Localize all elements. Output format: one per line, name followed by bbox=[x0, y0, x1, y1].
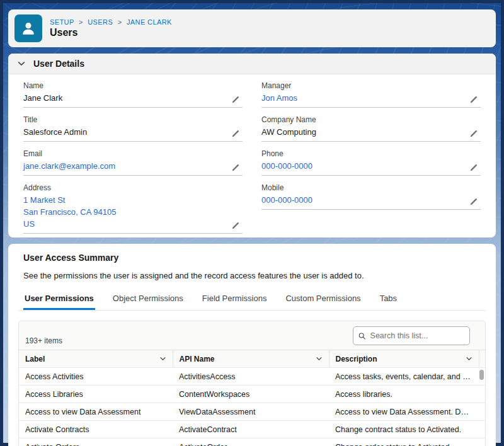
table-row: Activate Orders ActivateOrder Change ord… bbox=[19, 438, 486, 446]
field-value: Salesforce Admin bbox=[23, 125, 224, 138]
field-name: Name Jane Clark bbox=[23, 81, 243, 108]
cell-api-name: ViewDataAssessment bbox=[173, 403, 329, 421]
row-actions-dropdown-button[interactable]: ▼ bbox=[485, 441, 486, 446]
column-header-label[interactable]: Label bbox=[19, 350, 173, 368]
breadcrumb-separator: > bbox=[118, 18, 122, 26]
edit-address-pencil-icon[interactable] bbox=[231, 220, 241, 231]
user-icon bbox=[20, 20, 37, 37]
cell-label: Access Activities bbox=[19, 368, 173, 386]
field-label: Address bbox=[23, 183, 224, 193]
edit-title-pencil-icon[interactable] bbox=[231, 129, 241, 139]
page-title: Users bbox=[50, 27, 172, 38]
field-label: Phone bbox=[261, 149, 462, 159]
field-value: Jane Clark bbox=[23, 91, 224, 104]
edit-name-pencil-icon[interactable] bbox=[231, 94, 241, 105]
cell-description: Access libraries. bbox=[329, 386, 479, 403]
field-company: Company Name AW Computing bbox=[261, 115, 481, 142]
field-title: Title Salesforce Admin bbox=[23, 115, 243, 142]
table-row: Access Libraries ContentWorkspaces Acces… bbox=[19, 386, 486, 403]
field-value: AW Computing bbox=[261, 125, 462, 138]
mobile-link[interactable]: 000-000-0000 bbox=[261, 195, 312, 205]
chevron-down-icon[interactable] bbox=[466, 355, 472, 362]
column-header-description[interactable]: Description bbox=[329, 350, 479, 368]
edit-company-pencil-icon[interactable] bbox=[469, 129, 479, 139]
cell-description: Change order status to Activated. bbox=[329, 438, 479, 446]
cell-description: Change contract status to Activated. bbox=[329, 421, 479, 438]
column-header-api-name[interactable]: API Name bbox=[173, 350, 329, 368]
vertical-scrollbar[interactable] bbox=[479, 370, 484, 380]
search-icon bbox=[358, 332, 366, 340]
access-summary-title: User Access Summary bbox=[18, 253, 486, 263]
access-tabs: User Permissions Object Permissions Fiel… bbox=[18, 291, 486, 311]
field-manager: Manager Jon Amos bbox=[261, 81, 481, 108]
list-toolbar: 193+ items bbox=[19, 321, 485, 350]
table-row: Access Activities ActivitiesAccess Acces… bbox=[19, 368, 486, 386]
field-label: Mobile bbox=[261, 183, 462, 193]
app-background: SETUP > USERS > JANE CLARK Users User De… bbox=[0, 0, 504, 446]
manager-link[interactable]: Jon Amos bbox=[261, 93, 297, 103]
cell-description: Access tasks, events, calendar, and emai… bbox=[329, 368, 479, 386]
table-row: Access to view Data Assessment ViewDataA… bbox=[19, 403, 486, 421]
item-count: 193+ items bbox=[25, 336, 62, 345]
column-header-actions bbox=[479, 350, 486, 368]
cell-api-name: ActivateContract bbox=[173, 421, 329, 438]
address-link[interactable]: San Francisco, CA 94105 bbox=[23, 206, 224, 218]
table-header-row: Label API Name bbox=[19, 350, 486, 368]
phone-link[interactable]: 000-000-0000 bbox=[261, 161, 312, 171]
tab-user-permissions[interactable]: User Permissions bbox=[23, 291, 95, 310]
cell-label: Access to view Data Assessment bbox=[19, 403, 173, 421]
cell-api-name: ContentWorkspaces bbox=[173, 386, 329, 403]
field-label: Email bbox=[23, 149, 224, 159]
cell-description: Access to view Data Assessment. Data Ass… bbox=[329, 403, 479, 421]
row-actions-dropdown-button[interactable]: ▼ bbox=[485, 370, 486, 383]
address-link[interactable]: 1 Market St bbox=[23, 194, 224, 206]
user-access-summary-card: User Access Summary See the permissions … bbox=[8, 244, 496, 446]
cell-label: Access Libraries bbox=[19, 386, 173, 403]
permissions-table: Label API Name bbox=[19, 350, 486, 446]
users-setup-icon bbox=[14, 14, 42, 42]
edit-phone-pencil-icon[interactable] bbox=[469, 163, 479, 173]
chevron-down-icon[interactable] bbox=[17, 59, 26, 68]
section-title: User Details bbox=[33, 59, 84, 69]
field-mobile: Mobile 000-000-0000 bbox=[261, 183, 481, 210]
breadcrumb-users[interactable]: USERS bbox=[88, 18, 113, 26]
cell-api-name: ActivitiesAccess bbox=[173, 368, 329, 386]
user-details-fields: Name Jane Clark Manager Jon Amos Title S… bbox=[8, 74, 496, 237]
list-search-box[interactable] bbox=[353, 326, 470, 345]
field-label: Manager bbox=[261, 81, 462, 91]
tab-tabs[interactable]: Tabs bbox=[379, 291, 398, 310]
breadcrumb-setup[interactable]: SETUP bbox=[50, 18, 74, 26]
access-summary-description: See the permissions the user is assigned… bbox=[18, 271, 486, 280]
cell-api-name: ActivateOrder bbox=[173, 438, 329, 446]
edit-email-pencil-icon[interactable] bbox=[231, 163, 241, 173]
table-row: Activate Contracts ActivateContract Chan… bbox=[19, 421, 486, 438]
permissions-list-panel: 193+ items bbox=[18, 321, 486, 446]
field-label: Name bbox=[23, 81, 224, 91]
field-phone: Phone 000-000-0000 bbox=[261, 149, 481, 176]
field-email: Email jane.clark@example.com bbox=[23, 149, 243, 176]
field-label: Company Name bbox=[261, 115, 462, 125]
cell-label: Activate Contracts bbox=[19, 421, 173, 438]
edit-mobile-pencil-icon[interactable] bbox=[469, 197, 479, 207]
user-details-card: User Details Name Jane Clark Manager Jon… bbox=[8, 54, 496, 237]
user-details-section-header[interactable]: User Details bbox=[8, 54, 496, 74]
tab-field-permissions[interactable]: Field Permissions bbox=[201, 291, 268, 310]
breadcrumb: SETUP > USERS > JANE CLARK bbox=[50, 18, 172, 26]
tab-object-permissions[interactable]: Object Permissions bbox=[112, 291, 185, 310]
row-actions-dropdown-button[interactable]: ▼ bbox=[485, 406, 486, 418]
chevron-down-icon[interactable] bbox=[159, 355, 166, 362]
edit-manager-pencil-icon[interactable] bbox=[469, 94, 479, 105]
field-label: Title bbox=[23, 115, 224, 125]
setup-page-header: SETUP > USERS > JANE CLARK Users bbox=[8, 9, 496, 47]
tab-custom-permissions[interactable]: Custom Permissions bbox=[284, 291, 362, 310]
breadcrumb-separator: > bbox=[79, 18, 83, 26]
field-address: Address 1 Market St San Francisco, CA 94… bbox=[23, 183, 243, 234]
row-actions-dropdown-button[interactable]: ▼ bbox=[485, 423, 486, 436]
email-link[interactable]: jane.clark@example.com bbox=[23, 161, 115, 171]
address-link[interactable]: US bbox=[23, 218, 224, 230]
chevron-down-icon[interactable] bbox=[316, 355, 323, 362]
row-actions-dropdown-button[interactable]: ▼ bbox=[485, 388, 486, 401]
search-input[interactable] bbox=[370, 331, 464, 340]
cell-label: Activate Orders bbox=[19, 438, 173, 446]
breadcrumb-jane-clark[interactable]: JANE CLARK bbox=[127, 18, 172, 26]
